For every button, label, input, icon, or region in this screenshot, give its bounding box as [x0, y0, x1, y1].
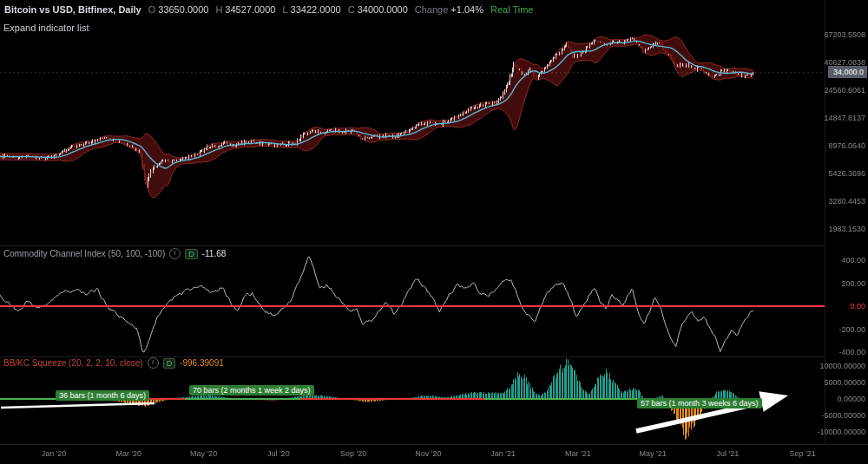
time-axis-tick: May '20 [190, 449, 217, 458]
cci-axis-tick: -200.00 [838, 325, 865, 334]
time-axis-tick: Sep '20 [340, 449, 366, 458]
time-axis-tick: Jan '21 [490, 449, 516, 458]
info-icon[interactable]: i [148, 357, 159, 369]
time-axis-tick: Mar '20 [115, 449, 141, 458]
realtime-status: Real Time [490, 4, 534, 15]
price-axis-tick: 1983.1530 [828, 225, 865, 233]
squeeze-indicator-title[interactable]: BB/KC Squeeze (20, 2, 2, 10, close) [3, 358, 143, 368]
price-axis-tick: 3280.4453 [828, 197, 865, 206]
high-value: H34527.0000 [215, 4, 275, 15]
time-axis-tick: May '21 [639, 449, 666, 458]
tradingview-chart-window: Bitcoin vs USD, Bitfinex, Daily O33650.0… [0, 0, 868, 464]
cci-axis-tick: 0.00 [850, 302, 865, 310]
range-label-57-bars[interactable]: 57 bars (1 month 3 weeks 6 days) [637, 398, 762, 408]
squeeze-axis-tick: -5000.00000 [821, 411, 865, 420]
squeeze-axis-tick: -10000.00000 [817, 428, 865, 436]
cci-indicator-title[interactable]: Commodity Channel Index (50, 100, -100) [3, 249, 165, 258]
price-axis-tick: 5426.3696 [828, 169, 865, 178]
price-axis-tick: 24560.6061 [824, 86, 865, 95]
time-axis[interactable]: Jan '20Mar '20May '20Jul '20Sep '20Nov '… [0, 444, 868, 464]
squeeze-pane-header: BB/KC Squeeze (20, 2, 2, 10, close) i D … [3, 357, 224, 369]
info-icon[interactable]: i [169, 248, 181, 259]
time-axis-tick: Sep '21 [789, 449, 815, 458]
squeeze-axis-tick: 10000.00000 [819, 362, 865, 370]
expand-indicator-list-link[interactable]: Expand indicator list [3, 23, 89, 33]
symbol-title[interactable]: Bitcoin vs USD, Bitfinex, Daily [4, 4, 141, 15]
time-axis-tick: Mar '21 [565, 449, 591, 458]
squeeze-axis-tick: 0.00000 [837, 395, 865, 403]
cci-axis-tick: 400.00 [841, 256, 865, 265]
squeeze-last-value: -996.39091 [180, 358, 224, 368]
range-label-36-bars[interactable]: 36 bars (1 month 6 days) [56, 390, 149, 401]
squeeze-axis-tick: 5000.00000 [824, 378, 865, 387]
range-label-70-bars[interactable]: 70 bars (2 months 1 week 2 days) [189, 385, 314, 395]
price-axis-tick: 14847.8137 [824, 114, 865, 122]
time-axis-tick: Jan '20 [42, 449, 67, 458]
time-axis-tick: Jul '20 [267, 449, 290, 458]
cci-last-value: -11.68 [202, 249, 227, 258]
price-axis-tick: 67203.5508 [824, 30, 865, 39]
open-value: O33650.0000 [148, 4, 209, 15]
cci-pane-header: Commodity Channel Index (50, 100, -100) … [3, 248, 226, 259]
interval-badge[interactable]: D [163, 358, 176, 369]
close-value: C34000.0000 [348, 4, 408, 15]
cci-axis-tick: 200.00 [841, 279, 865, 288]
chart-header: Bitcoin vs USD, Bitfinex, Daily O33650.0… [4, 4, 534, 15]
cci-axis-tick: -400.00 [838, 348, 865, 356]
time-axis-tick: Jul '21 [716, 449, 739, 458]
last-price-badge: 34,000.0 [828, 66, 867, 78]
price-axis-tick: 8976.0640 [828, 141, 865, 150]
low-value: L33422.0000 [282, 4, 340, 15]
interval-badge[interactable]: D [185, 249, 198, 259]
change-value: Change+1.04% [415, 4, 483, 15]
time-axis-tick: Nov '20 [415, 449, 441, 458]
